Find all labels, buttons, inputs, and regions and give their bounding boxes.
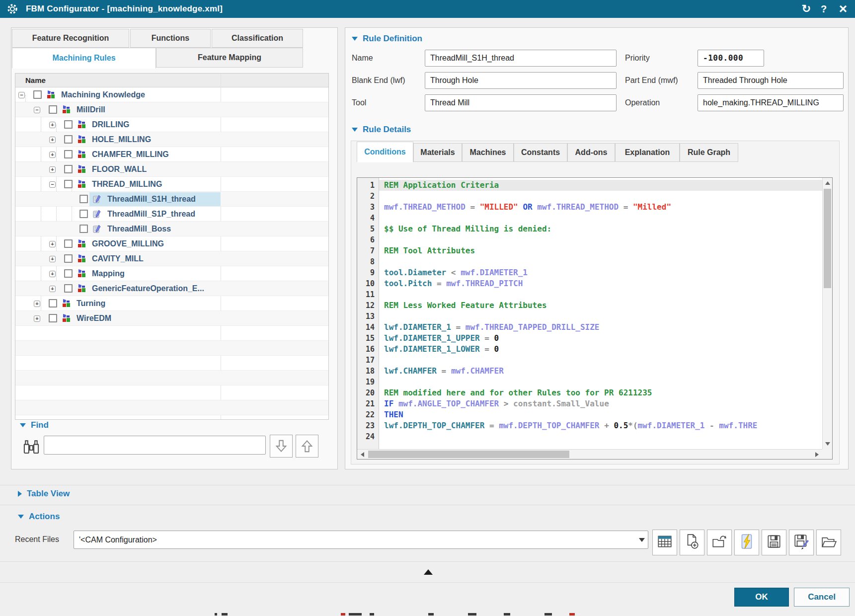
node-checkbox[interactable]: [49, 299, 57, 308]
node-checkbox[interactable]: [33, 90, 42, 99]
tab-feature-mapping[interactable]: Feature Mapping: [156, 48, 303, 68]
new-file-button[interactable]: [680, 530, 704, 555]
save-button[interactable]: [762, 530, 786, 555]
scroll-right-arrow[interactable]: [815, 452, 819, 457]
tab-explanation[interactable]: Explanation: [615, 143, 680, 162]
scroll-down-arrow[interactable]: [825, 442, 830, 446]
node-checkbox[interactable]: [64, 254, 73, 263]
tab-functions[interactable]: Functions: [130, 29, 211, 48]
expand-node-icon[interactable]: +: [49, 122, 56, 128]
field-input-operation[interactable]: hole_making.THREAD_MILLING: [698, 94, 844, 111]
tree-row[interactable]: −MillDrill: [15, 102, 328, 117]
tab-classification[interactable]: Classification: [212, 29, 303, 48]
field-label-blank-end-lwf-: Blank End (lwf): [352, 72, 405, 89]
node-checkbox[interactable]: [64, 239, 73, 248]
collapse-node-icon[interactable]: −: [34, 107, 40, 113]
collapse-node-icon[interactable]: −: [18, 92, 25, 98]
horizontal-scroll-thumb[interactable]: [368, 451, 569, 458]
code-line: lwf.DIAMETER_1_UPPER = 0: [384, 333, 820, 344]
node-checkbox[interactable]: [64, 180, 73, 188]
collapse-node-icon[interactable]: −: [49, 181, 56, 188]
tree-row[interactable]: +GROOVE_MILLING: [15, 236, 328, 251]
save-icon: [766, 533, 782, 552]
ok-button[interactable]: OK: [734, 588, 789, 607]
field-input-part-end-mwf-[interactable]: Threaded Through Hole: [698, 72, 844, 89]
tree-row[interactable]: +FLOOR_WALL: [15, 162, 328, 177]
tab-rule-graph[interactable]: Rule Graph: [680, 143, 738, 162]
tab-machining-rules[interactable]: Machining Rules: [12, 48, 156, 69]
cancel-button[interactable]: Cancel: [794, 588, 850, 607]
field-input-tool[interactable]: Thread Mill: [425, 94, 617, 111]
tab-materials[interactable]: Materials: [413, 143, 462, 162]
rule-definition-label: Rule Definition: [363, 34, 422, 44]
node-checkbox[interactable]: [64, 150, 73, 158]
expand-node-icon[interactable]: +: [34, 301, 40, 307]
expand-node-icon[interactable]: +: [49, 256, 56, 262]
tree-row[interactable]: +Mapping: [15, 266, 328, 281]
tab-feature-recognition[interactable]: Feature Recognition: [12, 29, 129, 48]
open-folder-button[interactable]: [816, 530, 841, 555]
conditions-code-editor[interactable]: 123456789101112131415161718192021222324 …: [357, 177, 833, 460]
tree-row[interactable]: +DRILLING: [15, 117, 328, 132]
find-input[interactable]: [44, 436, 266, 455]
tab-add-ons[interactable]: Add-ons: [567, 143, 615, 162]
tree-row[interactable]: −THREAD_MILLING: [15, 177, 328, 192]
expand-node-icon[interactable]: +: [49, 271, 56, 277]
tree-row[interactable]: ThreadMill_Boss: [15, 222, 328, 236]
find-section-header[interactable]: Find: [20, 420, 49, 430]
field-input-name[interactable]: ThreadMill_S1H_thread: [425, 50, 617, 67]
expand-node-icon[interactable]: +: [49, 241, 56, 247]
field-input-blank-end-lwf-[interactable]: Through Hole: [425, 72, 617, 89]
rule-definition-header[interactable]: Rule Definition: [352, 34, 422, 44]
tree-row[interactable]: ThreadMill_S1H_thread: [15, 192, 328, 207]
collapse-triangle-icon: [18, 515, 24, 519]
machining-rules-tree[interactable]: Name −Machining Knowledge−MillDrill+DRIL…: [15, 73, 329, 420]
tree-row[interactable]: −Machining Knowledge: [15, 87, 328, 102]
tree-row[interactable]: +HOLE_MILLING: [15, 132, 328, 147]
recent-files-dropdown[interactable]: '<CAM Configuration>: [74, 531, 648, 549]
node-checkbox[interactable]: [49, 105, 57, 114]
help-icon[interactable]: ?: [817, 0, 831, 18]
expand-node-icon[interactable]: +: [49, 286, 56, 292]
vertical-scroll-thumb[interactable]: [824, 189, 831, 288]
horizontal-scrollbar[interactable]: [357, 449, 822, 459]
tab-machines[interactable]: Machines: [462, 143, 514, 162]
node-checkbox[interactable]: [79, 210, 88, 218]
refresh-icon[interactable]: ↻: [798, 0, 815, 18]
tree-row[interactable]: +Turning: [15, 296, 328, 311]
import-file-button[interactable]: [707, 530, 732, 555]
rule-details-header[interactable]: Rule Details: [352, 125, 411, 135]
tree-row[interactable]: +CHAMFER_MILLING: [15, 147, 328, 162]
scroll-up-arrow[interactable]: [825, 181, 830, 185]
actions-header[interactable]: Actions: [18, 512, 60, 522]
node-checkbox[interactable]: [64, 120, 73, 129]
node-checkbox[interactable]: [79, 225, 88, 233]
save-as-button[interactable]: [789, 530, 814, 555]
node-checkbox[interactable]: [64, 284, 73, 293]
tree-row[interactable]: +GenericFeatureOperation_E...: [15, 281, 328, 296]
node-checkbox[interactable]: [49, 314, 57, 322]
table-view-button[interactable]: [652, 530, 677, 555]
node-checkbox[interactable]: [64, 269, 73, 278]
collapse-dialog-button[interactable]: [417, 566, 439, 577]
scroll-left-arrow[interactable]: [361, 452, 364, 457]
node-checkbox[interactable]: [64, 135, 73, 144]
tree-row[interactable]: +CAVITY_MILL: [15, 251, 328, 266]
node-checkbox[interactable]: [79, 195, 88, 203]
expand-node-icon[interactable]: +: [49, 166, 56, 173]
find-previous-button[interactable]: [296, 435, 318, 458]
table-view-header[interactable]: Table View: [18, 489, 70, 499]
field-input-priority[interactable]: -100.000: [698, 50, 764, 67]
tab-constants[interactable]: Constants: [514, 143, 567, 162]
expand-node-icon[interactable]: +: [34, 315, 40, 322]
expand-node-icon[interactable]: +: [49, 152, 56, 158]
vertical-scrollbar[interactable]: [822, 178, 832, 449]
validate-button[interactable]: [734, 530, 759, 555]
expand-node-icon[interactable]: +: [49, 137, 56, 143]
node-checkbox[interactable]: [64, 165, 73, 173]
close-icon[interactable]: ×: [834, 0, 852, 18]
tree-row[interactable]: ThreadMill_S1P_thread: [15, 207, 328, 222]
tab-conditions[interactable]: Conditions: [357, 142, 413, 162]
tree-row[interactable]: +WireEDM: [15, 311, 328, 326]
find-next-button[interactable]: [270, 435, 293, 458]
